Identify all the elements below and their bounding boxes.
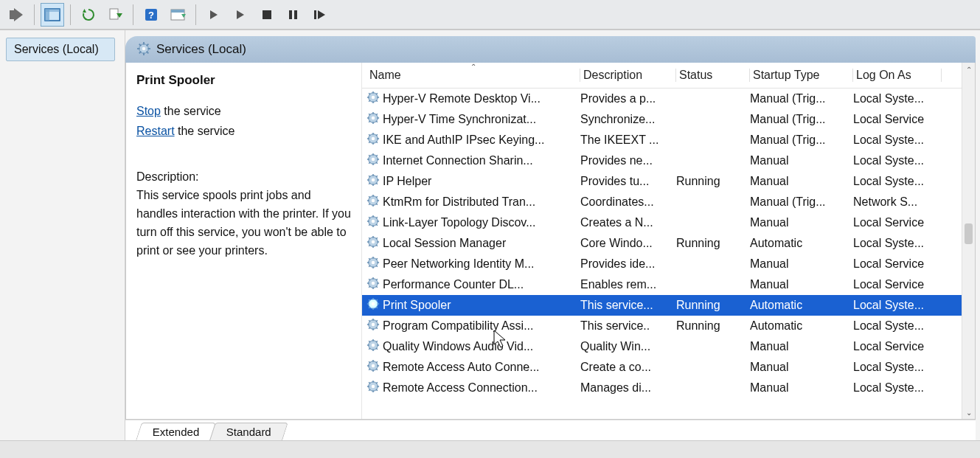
service-row[interactable]: Remote Access Connection...Manages di...… bbox=[362, 378, 975, 398]
service-row[interactable]: Internet Connection Sharin...Provides ne… bbox=[362, 150, 975, 171]
refresh-button[interactable] bbox=[77, 3, 100, 27]
svg-line-167 bbox=[376, 361, 378, 363]
restart-service-link[interactable]: Restart bbox=[136, 125, 175, 137]
services-list: ⌃Name Description Status Startup Type Lo… bbox=[362, 63, 975, 419]
service-logon: Local Service bbox=[853, 216, 942, 229]
service-row[interactable]: IKE and AuthIP IPsec Keying...The IKEEXT… bbox=[362, 130, 975, 150]
service-row[interactable]: Print SpoolerThis service...RunningAutom… bbox=[362, 295, 975, 316]
gear-icon bbox=[366, 153, 380, 169]
tab-extended[interactable]: Extended bbox=[136, 423, 216, 440]
show-hide-pane-button[interactable] bbox=[41, 3, 64, 27]
service-row[interactable]: KtmRm for Distributed Tran...Coordinates… bbox=[362, 192, 975, 212]
grid-rows[interactable]: Hyper-V Remote Desktop Vi...Provides a p… bbox=[362, 89, 975, 419]
service-row[interactable]: Peer Networking Identity M...Provides id… bbox=[362, 254, 975, 274]
svg-point-150 bbox=[372, 344, 375, 347]
scroll-up-icon[interactable]: ⌃ bbox=[962, 63, 975, 76]
service-row[interactable]: Performance Counter DL...Enables rem...M… bbox=[362, 274, 975, 295]
service-row[interactable]: IP HelperProvides tu...RunningManualLoca… bbox=[362, 171, 975, 192]
svg-line-158 bbox=[369, 348, 370, 350]
description-label: Description: bbox=[136, 170, 351, 184]
service-name: Remote Access Auto Conne... bbox=[383, 361, 540, 374]
scroll-thumb[interactable] bbox=[965, 223, 973, 244]
svg-line-117 bbox=[376, 258, 378, 260]
forward-button[interactable] bbox=[4, 3, 28, 27]
service-startup: Automatic bbox=[750, 299, 853, 312]
service-startup: Manual bbox=[750, 154, 853, 167]
svg-line-175 bbox=[369, 382, 370, 384]
service-startup: Manual (Trig... bbox=[750, 92, 853, 105]
pause-service-button[interactable] bbox=[282, 3, 305, 27]
description-text: This service spools print jobs and handl… bbox=[136, 187, 351, 260]
service-name: Link-Layer Topology Discov... bbox=[383, 216, 536, 229]
service-row[interactable]: Link-Layer Topology Discov...Creates a N… bbox=[362, 212, 975, 233]
service-startup: Manual bbox=[750, 175, 853, 188]
service-description: Core Windo... bbox=[580, 237, 676, 250]
service-row[interactable]: Quality Windows Audio Vid...Quality Win.… bbox=[362, 336, 975, 357]
svg-point-70 bbox=[372, 178, 375, 182]
tree-node-services-local[interactable]: Services (Local) bbox=[6, 38, 115, 61]
gear-icon bbox=[366, 297, 380, 313]
service-description: Manages di... bbox=[580, 381, 676, 395]
svg-rect-10 bbox=[171, 10, 184, 13]
service-name: IP Helper bbox=[383, 175, 431, 188]
svg-line-95 bbox=[369, 217, 370, 218]
service-logon: Local Service bbox=[853, 340, 942, 353]
column-description[interactable]: Description bbox=[580, 69, 676, 82]
column-spacer bbox=[942, 69, 955, 82]
service-name: IKE and AuthIP IPsec Keying... bbox=[383, 133, 544, 147]
properties-button[interactable] bbox=[166, 3, 190, 27]
tab-standard[interactable]: Standard bbox=[209, 423, 288, 440]
svg-point-170 bbox=[372, 385, 375, 389]
gear-icon bbox=[366, 235, 380, 251]
column-status[interactable]: Status bbox=[676, 69, 750, 82]
svg-line-57 bbox=[376, 134, 378, 136]
svg-line-85 bbox=[369, 196, 370, 198]
toolbar: ? bbox=[0, 0, 980, 30]
service-description: Synchronize... bbox=[580, 113, 676, 126]
svg-rect-17 bbox=[314, 10, 316, 19]
service-description: Enables rem... bbox=[580, 278, 676, 291]
service-status: Running bbox=[676, 319, 750, 333]
export-list-button[interactable] bbox=[103, 3, 127, 27]
svg-line-146 bbox=[376, 327, 378, 329]
service-logon: Local Syste... bbox=[853, 175, 942, 188]
start-service-button-2[interactable] bbox=[229, 3, 252, 27]
service-row[interactable]: Program Compatibility Assi...This servic… bbox=[362, 316, 975, 336]
service-startup: Manual bbox=[750, 257, 853, 271]
service-startup: Automatic bbox=[750, 319, 853, 333]
svg-line-35 bbox=[369, 93, 370, 94]
scroll-down-icon[interactable]: ⌄ bbox=[962, 406, 975, 419]
svg-line-155 bbox=[369, 341, 370, 342]
service-row[interactable]: Local Session ManagerCore Windo...Runnin… bbox=[362, 233, 975, 254]
service-description: The IKEEXT ... bbox=[580, 133, 676, 147]
vertical-scrollbar[interactable]: ⌃ ⌄ bbox=[962, 63, 975, 419]
stop-service-link[interactable]: Stop bbox=[136, 105, 161, 117]
content-area: Services (Local) Print Spooler Stop the … bbox=[125, 30, 980, 440]
service-startup: Manual (Trig... bbox=[750, 113, 853, 126]
service-row[interactable]: Hyper-V Time Synchronizat...Synchronize.… bbox=[362, 109, 975, 130]
tree-sidebar: Services (Local) bbox=[0, 30, 125, 440]
panel-header: Services (Local) bbox=[125, 36, 976, 63]
svg-marker-13 bbox=[237, 10, 244, 19]
svg-line-96 bbox=[376, 224, 378, 226]
svg-line-118 bbox=[369, 266, 370, 267]
toolbar-separator bbox=[195, 4, 196, 25]
service-row[interactable]: Hyper-V Remote Desktop Vi...Provides a p… bbox=[362, 89, 975, 109]
svg-line-65 bbox=[369, 155, 370, 156]
column-name[interactable]: ⌃Name bbox=[366, 69, 580, 82]
help-button[interactable]: ? bbox=[139, 3, 163, 27]
gear-icon bbox=[137, 42, 150, 58]
svg-point-100 bbox=[372, 240, 375, 244]
column-logon[interactable]: Log On As bbox=[853, 69, 942, 82]
service-description: This service.. bbox=[580, 319, 676, 333]
column-startup[interactable]: Startup Type bbox=[750, 69, 853, 82]
start-service-button[interactable] bbox=[202, 3, 226, 27]
service-description: Provides a p... bbox=[580, 92, 676, 105]
svg-line-125 bbox=[369, 279, 370, 280]
restart-service-button[interactable] bbox=[308, 3, 332, 27]
service-startup: Manual bbox=[750, 278, 853, 291]
stop-service-button[interactable] bbox=[255, 3, 279, 27]
service-row[interactable]: Remote Access Auto Conne...Create a co..… bbox=[362, 357, 975, 378]
gear-icon bbox=[366, 194, 380, 210]
svg-line-176 bbox=[376, 389, 378, 391]
